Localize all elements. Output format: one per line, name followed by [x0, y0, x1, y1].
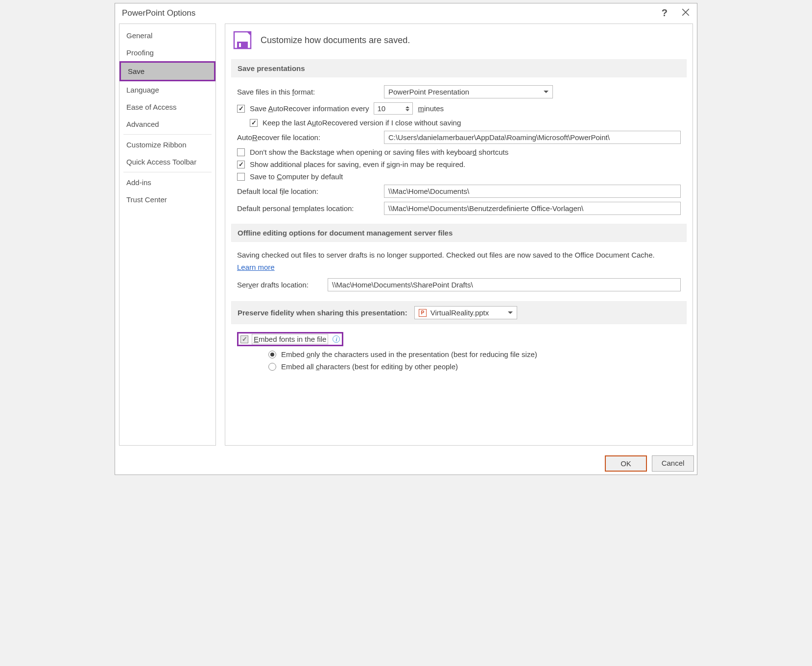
- sidebar-item-trust-center[interactable]: Trust Center: [119, 191, 215, 208]
- additional-places-label: Show additional places for saving, even …: [250, 160, 465, 168]
- help-icon[interactable]: ?: [662, 7, 668, 19]
- autorecover-checkbox[interactable]: [237, 105, 245, 113]
- cancel-button[interactable]: Cancel: [652, 455, 694, 472]
- server-drafts-label: Server drafts location:: [237, 281, 323, 289]
- keep-last-label: Keep the last AutoRecovered version if I…: [263, 119, 461, 127]
- dialog-footer: OK Cancel: [115, 450, 697, 475]
- autorecover-value: 10: [377, 104, 385, 113]
- section-offline-editing: Offline editing options for document man…: [231, 224, 687, 242]
- options-dialog: PowerPoint Options ? General Proofing Sa…: [115, 3, 697, 475]
- chevron-down-icon: [508, 311, 513, 314]
- category-sidebar: General Proofing Save Language Ease of A…: [119, 24, 216, 446]
- svg-rect-4: [237, 42, 248, 48]
- embed-fonts-highlight: Embed fonts in the file i: [237, 332, 343, 346]
- save-computer-checkbox[interactable]: [237, 173, 245, 181]
- autorecover-minutes-spinner[interactable]: 10: [374, 102, 413, 115]
- content-pane: Customize how documents are saved. Save …: [225, 24, 693, 446]
- keep-last-checkbox[interactable]: [250, 119, 258, 127]
- server-drafts-input[interactable]: \\Mac\Home\Documents\SharePoint Drafts\: [328, 278, 681, 291]
- format-select[interactable]: PowerPoint Presentation: [384, 85, 553, 98]
- presentation-select-value: VirtualReality.pptx: [430, 309, 504, 317]
- title-controls: ?: [662, 7, 690, 19]
- sidebar-item-language[interactable]: Language: [119, 81, 215, 98]
- svg-rect-5: [239, 43, 241, 47]
- section-preserve-fidelity: Preserve fidelity when sharing this pres…: [231, 301, 687, 324]
- save-disk-icon: [232, 30, 253, 50]
- sidebar-item-ease-of-access[interactable]: Ease of Access: [119, 98, 215, 116]
- sidebar-item-general[interactable]: General: [119, 27, 215, 44]
- sidebar-item-save[interactable]: Save: [119, 61, 215, 81]
- save-computer-label: Save to Computer by default: [250, 172, 343, 181]
- default-local-label: Default local file location:: [237, 187, 379, 195]
- default-local-input[interactable]: \\Mac\Home\Documents\: [384, 185, 681, 198]
- embed-all-radio[interactable]: [268, 363, 276, 371]
- templates-label: Default personal templates location:: [237, 204, 379, 213]
- titlebar: PowerPoint Options ?: [115, 3, 697, 24]
- preserve-fidelity-title: Preserve fidelity when sharing this pres…: [238, 309, 407, 317]
- sidebar-item-advanced[interactable]: Advanced: [119, 116, 215, 133]
- embed-all-label: Embed all characters (best for editing b…: [281, 362, 458, 371]
- page-heading: Customize how documents are saved.: [261, 35, 410, 46]
- embed-fonts-checkbox[interactable]: [240, 335, 248, 343]
- format-label: Save files in this format:: [237, 88, 379, 96]
- presentation-select[interactable]: P VirtualReality.pptx: [414, 306, 517, 319]
- embed-only-label: Embed only the characters used in the pr…: [281, 350, 537, 358]
- autorecover-loc-label: AutoRecover file location:: [237, 133, 379, 142]
- embed-fonts-label: Embed fonts in the file: [252, 334, 328, 344]
- sidebar-item-customize-ribbon[interactable]: Customize Ribbon: [119, 136, 215, 153]
- sidebar-item-quick-access-toolbar[interactable]: Quick Access Toolbar: [119, 153, 215, 170]
- dialog-title: PowerPoint Options: [122, 8, 195, 18]
- sidebar-item-proofing[interactable]: Proofing: [119, 44, 215, 61]
- autorecover-loc-input[interactable]: C:\Users\danielamerbauer\AppData\Roaming…: [384, 131, 681, 144]
- backstage-checkbox[interactable]: [237, 148, 245, 156]
- minutes-label: minutes: [418, 104, 444, 113]
- learn-more-link[interactable]: Learn more: [237, 263, 275, 271]
- chevron-down-icon: [544, 91, 549, 93]
- embed-only-radio[interactable]: [268, 351, 276, 358]
- powerpoint-file-icon: P: [419, 309, 427, 317]
- backstage-label: Don't show the Backstage when opening or…: [250, 148, 508, 156]
- spinner-arrows-icon: [406, 106, 409, 111]
- sidebar-item-add-ins[interactable]: Add-ins: [119, 174, 215, 191]
- offline-note: Saving checked out files to server draft…: [237, 250, 678, 260]
- ok-button[interactable]: OK: [605, 455, 647, 472]
- templates-input[interactable]: \\Mac\Home\Documents\Benutzerdefinierte …: [384, 202, 681, 215]
- section-save-presentations: Save presentations: [231, 59, 687, 77]
- info-icon[interactable]: i: [333, 335, 340, 343]
- additional-places-checkbox[interactable]: [237, 161, 245, 168]
- close-icon[interactable]: [681, 8, 690, 18]
- autorecover-label: Save AutoRecover information every: [250, 104, 369, 113]
- format-select-value: PowerPoint Presentation: [388, 88, 469, 96]
